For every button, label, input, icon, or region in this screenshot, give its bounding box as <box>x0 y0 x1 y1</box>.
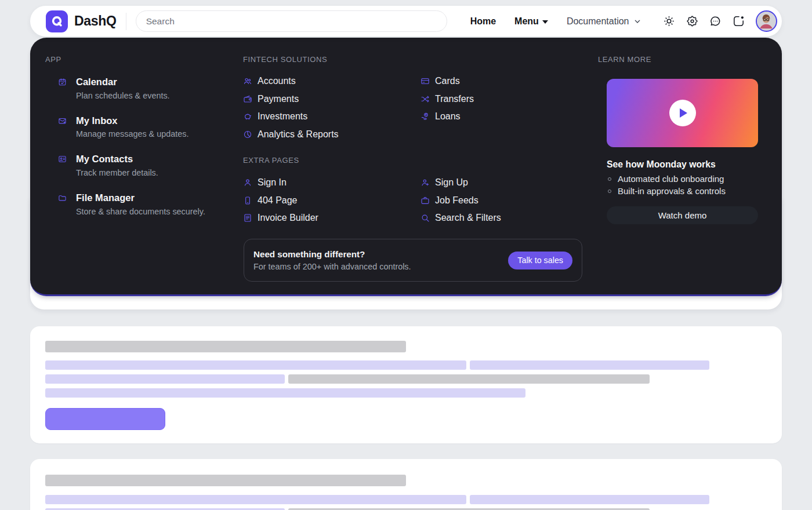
mega-menu: APP FINTECH SOLUTIONS EXTRA PAGES LEARN … <box>30 38 782 296</box>
menu-link-payments[interactable]: Payments <box>243 90 411 108</box>
menu-link-investments[interactable]: Investments <box>243 108 411 126</box>
menu-item-desc: Store & share documents securely. <box>76 207 205 216</box>
gear-icon[interactable] <box>686 15 699 28</box>
bullet-dot-icon <box>608 177 611 181</box>
menu-link-job-feeds[interactable]: Job Feeds <box>420 192 589 210</box>
chevron-down-icon <box>633 17 642 26</box>
learn-bullet: Automated club onboarding <box>608 173 726 185</box>
userplus-icon <box>420 178 430 187</box>
brand-logo-icon[interactable] <box>46 10 68 32</box>
menu-link-loans[interactable]: Loans <box>420 108 589 126</box>
caret-down-icon <box>542 20 548 24</box>
menu-link-404-page[interactable]: 404 Page <box>243 192 411 210</box>
navbar: DashQ Home Menu Documentation <box>30 6 782 37</box>
menu-item-file-manager[interactable]: File ManagerStore & share documents secu… <box>58 192 238 216</box>
menu-link-sign-up[interactable]: Sign Up <box>420 174 589 192</box>
menu-link-analytics-reports[interactable]: Analytics & Reports <box>243 126 411 144</box>
menu-link-sign-in[interactable]: Sign In <box>243 174 411 192</box>
cta-subtitle: For teams of 200+ with advanced controls… <box>253 262 411 271</box>
menu-link-cards[interactable]: Cards <box>420 72 589 90</box>
menu-item-title: File Manager <box>76 192 205 204</box>
menu-item-my-contacts[interactable]: My ContactsTrack member details. <box>58 153 238 177</box>
nav-link-menu[interactable]: Menu <box>514 16 548 27</box>
menu-item-title: My Inbox <box>76 115 188 127</box>
play-icon <box>680 108 687 118</box>
shuffle-icon <box>420 94 430 104</box>
sun-icon[interactable] <box>663 15 676 28</box>
menu-item-desc: Plan schedules & events. <box>76 91 170 100</box>
nav-link-home[interactable]: Home <box>470 16 496 27</box>
learn-title: See how Moonday works <box>607 159 716 170</box>
phone-icon <box>243 196 252 205</box>
search-input[interactable] <box>136 10 447 32</box>
user-icon <box>243 178 252 187</box>
piggy-icon <box>243 112 252 121</box>
contacts-icon <box>58 155 67 163</box>
cta-box: Need something different? For teams of 2… <box>244 239 582 282</box>
menu-link-search-filters[interactable]: Search & Filters <box>420 209 589 227</box>
skeleton-bar <box>45 360 466 370</box>
content-card-2 <box>30 459 782 510</box>
skeleton-bar <box>470 495 709 504</box>
section-header-learn: LEARN MORE <box>598 55 651 64</box>
briefcase-icon <box>420 196 430 205</box>
nav-link-documentation[interactable]: Documentation <box>567 16 642 27</box>
calendar-icon <box>58 78 67 86</box>
menu-item-title: My Contacts <box>76 153 158 165</box>
pie-icon <box>243 130 252 139</box>
menu-item-desc: Track member details. <box>76 168 158 177</box>
section-header-extra: EXTRA PAGES <box>243 156 299 165</box>
watch-demo-button[interactable]: Watch demo <box>607 206 758 224</box>
menu-link-accounts[interactable]: Accounts <box>243 72 411 90</box>
skeleton-bar <box>288 374 650 384</box>
section-header-app: APP <box>45 55 61 64</box>
wallet-icon <box>243 94 252 104</box>
skeleton-button[interactable] <box>45 408 165 430</box>
skeleton-bar <box>45 388 525 398</box>
skeleton-bar <box>45 341 406 352</box>
skeleton-bar <box>45 374 285 384</box>
skeleton-bar <box>470 360 709 370</box>
notification-icon[interactable] <box>733 15 745 28</box>
bullet-dot-icon <box>608 190 611 193</box>
menu-link-invoice-builder[interactable]: Invoice Builder <box>243 209 411 227</box>
invoice-icon <box>243 213 252 223</box>
content-card-1 <box>30 326 782 443</box>
inbox-icon <box>58 116 67 125</box>
cta-title: Need something different? <box>253 249 411 259</box>
folder-icon <box>58 194 67 202</box>
users-icon <box>243 76 252 86</box>
learn-bullet: Built-in approvals & controls <box>608 185 726 197</box>
menu-item-my-inbox[interactable]: My InboxManage messages & updates. <box>58 115 238 139</box>
video-thumbnail[interactable] <box>607 79 758 147</box>
menu-link-transfers[interactable]: Transfers <box>420 90 589 108</box>
card-icon <box>420 76 430 86</box>
loan-icon <box>420 112 430 121</box>
play-button[interactable] <box>669 100 696 126</box>
chat-icon[interactable] <box>709 15 722 28</box>
menu-item-calendar[interactable]: CalendarPlan schedules & events. <box>58 76 238 100</box>
skeleton-bar <box>45 475 406 486</box>
menu-item-title: Calendar <box>76 76 170 88</box>
nav-divider <box>126 13 126 30</box>
talk-to-sales-button[interactable]: Talk to sales <box>508 252 572 269</box>
brand-name[interactable]: DashQ <box>74 13 117 29</box>
avatar[interactable] <box>756 10 777 32</box>
search-icon <box>420 213 430 223</box>
skeleton-bar <box>45 495 466 504</box>
menu-item-desc: Manage messages & updates. <box>76 129 188 139</box>
section-header-fintech: FINTECH SOLUTIONS <box>243 55 327 64</box>
